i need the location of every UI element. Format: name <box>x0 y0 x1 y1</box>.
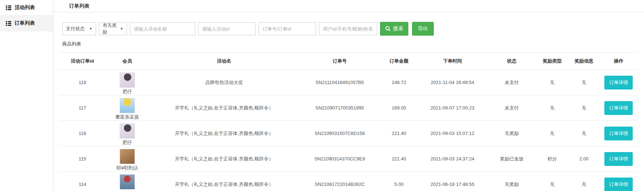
cell-reward-type: 无 <box>536 95 568 121</box>
export-button[interactable]: 导出 <box>412 22 434 36</box>
table-row: 115 耶¥耶對話 开学礼（礼义之始,在于正容体,齐颜色,顺辞令） SN2109… <box>59 146 637 172</box>
search-button[interactable]: 搜索 <box>380 22 408 36</box>
cell-order-id: 114 <box>59 172 105 191</box>
search-button-label: 搜索 <box>393 25 403 32</box>
sidebar: 活动列表 订单列表 <box>0 0 53 191</box>
cell-member: 覆面系蓝孩 <box>105 95 149 121</box>
chevron-down-icon: ▼ <box>89 27 92 31</box>
cell-reward-info: 无 <box>568 70 600 95</box>
sidebar-item-label: 订单列表 <box>15 20 35 27</box>
sidebar-item-activity-list[interactable]: 活动列表 <box>0 0 53 16</box>
table-row: 117 覆面系蓝孩 开学礼（礼义之始,在于正容体,齐颜色,顺辞令） SN2109… <box>59 95 637 121</box>
cell-amount: 169.00 <box>380 95 417 121</box>
cell-member: 耶¥耶對話 <box>105 146 149 172</box>
member-avatar <box>120 72 135 88</box>
search-icon <box>385 26 391 32</box>
cell-order-id: 117 <box>59 95 105 121</box>
col-header-action: 操作 <box>600 53 637 70</box>
cell-status: 奖励已发放 <box>487 146 536 172</box>
app-root: 活动列表 订单列表 订单列表 支付状态 ▼ 有无奖励 ▼ <box>0 0 644 191</box>
cell-order-no: SN2109031507C8D158 <box>299 121 380 146</box>
sidebar-item-label: 活动列表 <box>15 4 35 11</box>
page-header: 订单列表 <box>53 0 644 12</box>
export-button-label: 导出 <box>418 25 428 32</box>
cell-order-no: SN21090314370CC9E8 <box>299 146 380 172</box>
cell-action: 订单详情 <box>600 95 637 121</box>
activity-id-input[interactable] <box>198 22 256 35</box>
cell-amount: 5.00 <box>380 172 417 191</box>
order-detail-button[interactable]: 订单详情 <box>604 76 633 89</box>
cell-reward-type: 积分 <box>536 146 568 172</box>
cell-reward-info: 无 <box>568 172 600 191</box>
filter-bar: 支付状态 ▼ 有无奖励 ▼ 搜索 导出 <box>62 22 644 36</box>
cell-activity-name: 开学礼（礼义之始,在于正容体,齐颜色,顺辞令） <box>149 146 299 172</box>
cell-order-id: 116 <box>59 121 105 146</box>
chevron-down-icon: ▼ <box>120 27 123 31</box>
member-name: 肥仔 <box>105 88 149 95</box>
col-header-member: 会员 <box>105 53 149 70</box>
col-header-order-no: 订单号 <box>299 53 380 70</box>
cell-amount: 221.40 <box>380 146 417 172</box>
main-content: 订单列表 支付状态 ▼ 有无奖励 ▼ 搜索 <box>53 0 644 191</box>
member-name: 耶¥耶對話 <box>105 165 149 171</box>
cell-reward-type: 无 <box>536 70 568 95</box>
col-header-activity: 活动名 <box>149 53 299 70</box>
pay-status-select[interactable]: 支付状态 ▼ <box>62 22 96 35</box>
list-icon <box>6 21 11 26</box>
order-detail-button[interactable]: 订单详情 <box>604 101 633 115</box>
cell-amount: 148.72 <box>380 70 417 95</box>
cell-action: 订单详情 <box>600 121 637 146</box>
order-detail-button[interactable]: 订单详情 <box>604 178 633 191</box>
cell-status: 无奖励 <box>487 172 536 191</box>
col-header-time: 下单时间 <box>418 53 487 70</box>
member-avatar <box>120 123 135 139</box>
cell-order-id: 115 <box>59 146 105 172</box>
order-detail-button[interactable]: 订单详情 <box>604 152 633 166</box>
sidebar-item-order-list[interactable]: 订单列表 <box>0 16 53 31</box>
cell-time: 2021-09-03 14:37:24 <box>418 146 487 172</box>
activity-name-input[interactable] <box>130 22 195 35</box>
cell-action: 订单详情 <box>600 172 637 191</box>
has-reward-select[interactable]: 有无奖励 ▼ <box>99 22 127 35</box>
cell-reward-type: 无 <box>536 121 568 146</box>
cell-status: 无奖励 <box>487 121 536 146</box>
member-avatar <box>120 149 135 164</box>
member-avatar <box>120 98 135 113</box>
user-search-input[interactable] <box>319 22 377 35</box>
pay-status-select-value: 支付状态 <box>66 25 85 32</box>
cell-reward-info: 无 <box>568 95 600 121</box>
col-header-order-id: 活动订单id <box>59 53 105 70</box>
cell-time: 2021-06-18 17:48:55 <box>418 172 487 191</box>
cell-amount: 221.40 <box>380 121 417 146</box>
cell-order-no: SN21110416491057B5 <box>299 70 380 95</box>
table-body: 118 肥仔 品牌包包活动大促 SN21110416491057B5 148.7… <box>59 70 637 191</box>
cell-order-no: SN21061722014B392C <box>299 172 380 191</box>
cell-member: 肥仔 <box>105 70 149 95</box>
cell-activity-name: 品牌包包活动大促 <box>149 70 299 95</box>
member-name: 覆面系蓝孩 <box>105 114 149 120</box>
cell-time: 2021-09-03 15:07:12 <box>418 121 487 146</box>
cell-activity-name: 开学礼（礼义之始,在于正容体,齐颜色,顺辞令） <box>149 121 299 146</box>
cell-reward-info: 无 <box>568 121 600 146</box>
cell-time: 2021-11-04 16:49:54 <box>418 70 487 95</box>
order-detail-button[interactable]: 订单详情 <box>604 127 633 140</box>
has-reward-select-value: 有无奖励 <box>103 22 117 35</box>
cell-action: 订单详情 <box>600 146 637 172</box>
table-header: 活动订单id 会员 活动名 订单号 订单金额 下单时间 状态 奖励类型 奖励信息… <box>59 53 637 70</box>
page-title: 订单列表 <box>53 3 89 9</box>
col-header-status: 状态 <box>487 53 536 70</box>
cell-status: 未支付 <box>487 70 536 95</box>
col-header-reward-type: 奖励类型 <box>536 53 568 70</box>
cell-member: carrot <box>105 172 149 191</box>
order-no-input[interactable] <box>259 22 316 35</box>
table-row: 114 carrot 开学礼（礼义之始,在于正容体,齐颜色,顺辞令） SN210… <box>59 172 637 191</box>
cell-order-id: 118 <box>59 70 105 95</box>
table-row: 116 肥仔 开学礼（礼义之始,在于正容体,齐颜色,顺辞令） SN2109031… <box>59 121 637 146</box>
cell-activity-name: 开学礼（礼义之始,在于正容体,齐颜色,顺辞令） <box>149 95 299 121</box>
cell-time: 2021-09-07 17:00:23 <box>418 95 487 121</box>
cell-status: 未支付 <box>487 95 536 121</box>
member-name: 肥仔 <box>105 139 149 146</box>
cell-action: 订单详情 <box>600 70 637 95</box>
order-table: 活动订单id 会员 活动名 订单号 订单金额 下单时间 状态 奖励类型 奖励信息… <box>59 52 637 191</box>
col-header-reward-info: 奖励信息 <box>568 53 600 70</box>
